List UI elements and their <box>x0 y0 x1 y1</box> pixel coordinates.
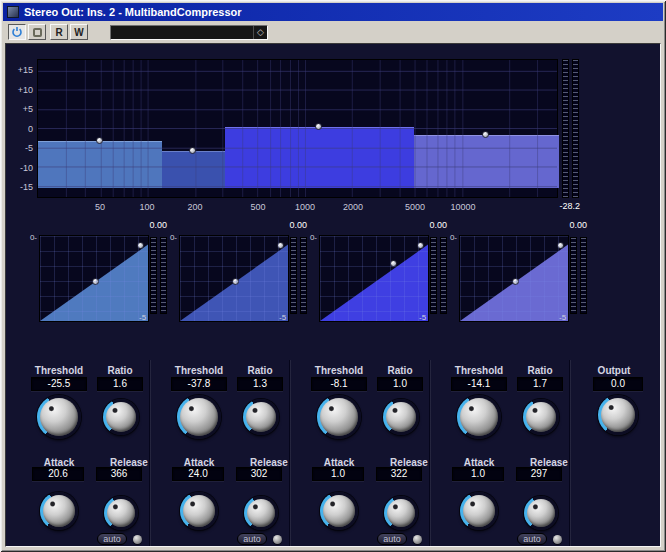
threshold-knob[interactable] <box>177 395 221 439</box>
ratio-knob[interactable] <box>243 399 279 435</box>
compressor-curve-group: 0.00 0- -5 <box>319 219 451 329</box>
curve-handle[interactable] <box>232 278 239 285</box>
preset-field[interactable]: ◇ <box>110 25 268 40</box>
curve-handle[interactable] <box>512 278 519 285</box>
release-knob[interactable] <box>244 496 278 530</box>
read-button[interactable]: R <box>50 24 68 40</box>
freq-tick: 50 <box>80 202 120 212</box>
preset-menu-button[interactable]: ◇ <box>253 26 267 39</box>
db-tick: +10 <box>6 85 33 95</box>
curve-display[interactable] <box>459 235 569 322</box>
compressor-curve-group: 0.00 0- -5 <box>39 219 171 329</box>
curve-display[interactable] <box>319 235 429 322</box>
curve-handle[interactable] <box>390 260 397 267</box>
curve-fill <box>180 236 288 321</box>
threshold-value[interactable]: -8.1 <box>311 377 367 391</box>
plugin-window: Stereo Out: Ins. 2 - MultibandCompressor… <box>0 0 666 552</box>
gain-reduction-readout: 0.00 <box>527 220 587 230</box>
auto-button[interactable]: auto <box>517 533 547 545</box>
screw-icon <box>133 535 142 544</box>
release-value[interactable]: 297 <box>516 467 562 481</box>
freq-editor[interactable] <box>37 59 558 198</box>
output-value[interactable]: 0.0 <box>593 377 643 391</box>
ratio-value[interactable]: 1.7 <box>517 377 563 391</box>
threshold-value[interactable]: -14.1 <box>451 377 507 391</box>
knob-face <box>323 495 355 527</box>
freq-tick: 200 <box>175 202 215 212</box>
ratio-value[interactable]: 1.6 <box>97 377 143 391</box>
release-knob[interactable] <box>104 496 138 530</box>
threshold-value[interactable]: -25.5 <box>31 377 87 391</box>
release-value[interactable]: 302 <box>236 467 282 481</box>
band-panel: Threshold Ratio -37.8 1.3 Attack Release… <box>149 359 289 548</box>
threshold-label: Threshold <box>17 365 101 376</box>
knob-face <box>460 398 498 436</box>
release-knob[interactable] <box>384 496 418 530</box>
screw-icon <box>553 535 562 544</box>
freq-grid <box>38 60 557 197</box>
band-panel: Threshold Ratio -8.1 1.0 Attack Release … <box>289 359 429 548</box>
ratio-label: Ratio <box>235 365 285 376</box>
curve-scale-bottom: -5 <box>139 313 161 322</box>
db-tick: +5 <box>6 104 33 114</box>
knob-face <box>463 495 495 527</box>
attack-knob[interactable] <box>460 492 498 530</box>
knob-face <box>43 495 75 527</box>
gain-reduction-readout: 0.00 <box>247 220 307 230</box>
gr-meter <box>290 237 297 314</box>
attack-knob[interactable] <box>320 492 358 530</box>
release-knob[interactable] <box>524 496 558 530</box>
ratio-knob[interactable] <box>523 399 559 435</box>
bypass-button[interactable] <box>28 24 46 40</box>
attack-knob[interactable] <box>180 492 218 530</box>
attack-value[interactable]: 24.0 <box>172 467 224 481</box>
curve-handle[interactable] <box>557 242 564 249</box>
band-handle[interactable] <box>96 137 103 144</box>
attack-value[interactable]: 1.0 <box>312 467 364 481</box>
auto-button[interactable]: auto <box>377 533 407 545</box>
output-knob[interactable] <box>598 395 638 435</box>
ratio-value[interactable]: 1.0 <box>377 377 423 391</box>
threshold-label: Threshold <box>437 365 521 376</box>
curve-display[interactable] <box>179 235 289 322</box>
db-tick: 0 <box>6 124 33 134</box>
band-handle[interactable] <box>482 131 489 138</box>
threshold-knob[interactable] <box>317 395 361 439</box>
threshold-label: Threshold <box>157 365 241 376</box>
band-panel: Threshold Ratio -14.1 1.7 Attack Release… <box>429 359 569 548</box>
db-tick: -15 <box>6 182 33 192</box>
auto-button[interactable]: auto <box>237 533 267 545</box>
curve-scale-top: 0- <box>303 233 317 242</box>
curve-handle[interactable] <box>417 242 424 249</box>
ratio-knob[interactable] <box>383 399 419 435</box>
band-handle[interactable] <box>315 123 322 130</box>
knob-face <box>180 398 218 436</box>
titlebar[interactable]: Stereo Out: Ins. 2 - MultibandCompressor <box>3 3 663 21</box>
curve-handle[interactable] <box>92 278 99 285</box>
power-button[interactable] <box>8 24 26 40</box>
gr-meter <box>430 237 437 314</box>
curve-scale-top: 0- <box>443 233 457 242</box>
curve-handle[interactable] <box>137 242 144 249</box>
curve-fill <box>320 236 428 321</box>
attack-value[interactable]: 20.6 <box>32 467 84 481</box>
ratio-knob[interactable] <box>103 399 139 435</box>
attack-value[interactable]: 1.0 <box>452 467 504 481</box>
threshold-knob[interactable] <box>37 395 81 439</box>
release-value[interactable]: 366 <box>96 467 142 481</box>
threshold-knob[interactable] <box>457 395 501 439</box>
knob-face <box>106 402 136 432</box>
band-handle[interactable] <box>189 147 196 154</box>
window-title: Stereo Out: Ins. 2 - MultibandCompressor <box>24 6 242 18</box>
threshold-value[interactable]: -37.8 <box>171 377 227 391</box>
write-button[interactable]: W <box>70 24 88 40</box>
attack-knob[interactable] <box>40 492 78 530</box>
ratio-value[interactable]: 1.3 <box>237 377 283 391</box>
auto-button[interactable]: auto <box>97 533 127 545</box>
screw-icon <box>273 535 282 544</box>
release-value[interactable]: 322 <box>376 467 422 481</box>
curve-handle[interactable] <box>277 242 284 249</box>
knob-face <box>107 499 135 527</box>
curve-display[interactable] <box>39 235 149 322</box>
freq-tick: 1000 <box>285 202 325 212</box>
